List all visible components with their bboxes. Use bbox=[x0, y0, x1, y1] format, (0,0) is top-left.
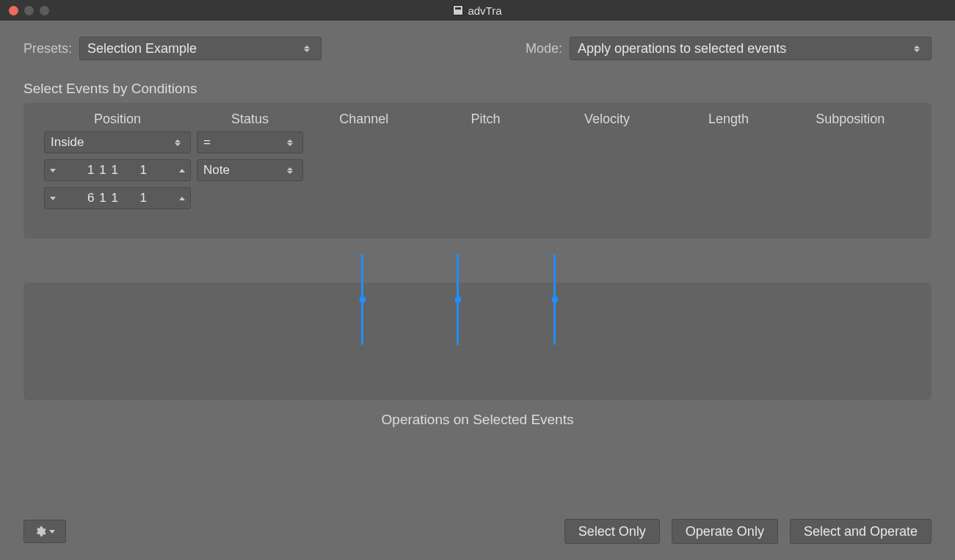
increment-button[interactable] bbox=[174, 188, 190, 208]
position-end-field[interactable]: 6 1 1 1 bbox=[44, 187, 191, 209]
operations-caption: Operations on Selected Events bbox=[23, 412, 932, 428]
col-header-velocity: Velocity bbox=[546, 112, 668, 127]
updown-icon bbox=[300, 46, 313, 52]
col-header-position: Position bbox=[44, 112, 191, 127]
increment-button[interactable] bbox=[174, 160, 190, 181]
updown-icon bbox=[283, 167, 297, 174]
select-and-operate-button[interactable]: Select and Operate bbox=[790, 519, 932, 544]
select-only-label: Select Only bbox=[578, 524, 646, 539]
presets-dropdown[interactable]: Selection Example bbox=[79, 37, 322, 60]
window-title: advTra bbox=[468, 4, 501, 17]
conditions-panel: Position Inside 1 1 1 1 6 1 1 1 bbox=[23, 103, 932, 239]
titlebar: advTra bbox=[0, 0, 955, 21]
mode-dropdown[interactable]: Apply operations to selected events bbox=[570, 37, 932, 60]
presets-label: Presets: bbox=[23, 41, 72, 57]
position-start-value[interactable]: 1 1 1 1 bbox=[61, 163, 174, 178]
position-mode-value: Inside bbox=[51, 135, 165, 150]
select-only-button[interactable]: Select Only bbox=[564, 519, 660, 544]
updown-icon bbox=[910, 46, 923, 52]
status-operator-value: = bbox=[203, 135, 277, 150]
col-header-length: Length bbox=[668, 112, 790, 127]
position-mode-dropdown[interactable]: Inside bbox=[44, 131, 191, 153]
updown-icon bbox=[171, 139, 184, 146]
updown-icon bbox=[283, 139, 297, 146]
col-header-status: Status bbox=[197, 112, 303, 127]
gear-icon bbox=[35, 526, 46, 537]
status-type-dropdown[interactable]: Note bbox=[197, 159, 303, 181]
col-header-channel: Channel bbox=[303, 112, 425, 127]
window-controls bbox=[0, 6, 49, 15]
decrement-button[interactable] bbox=[45, 188, 61, 208]
select-and-operate-label: Select and Operate bbox=[804, 524, 918, 539]
app-icon bbox=[453, 5, 463, 15]
status-type-value: Note bbox=[203, 163, 277, 178]
status-operator-dropdown[interactable]: = bbox=[197, 131, 303, 153]
presets-value: Selection Example bbox=[87, 41, 294, 57]
maximize-window-button[interactable] bbox=[40, 6, 49, 15]
mode-value: Apply operations to selected events bbox=[578, 41, 904, 57]
position-end-value[interactable]: 6 1 1 1 bbox=[61, 191, 174, 206]
operations-panel bbox=[23, 283, 932, 400]
close-window-button[interactable] bbox=[9, 6, 18, 15]
col-header-subposition: Subposition bbox=[789, 112, 911, 127]
operate-only-button[interactable]: Operate Only bbox=[672, 519, 778, 544]
operate-only-label: Operate Only bbox=[686, 524, 764, 539]
col-header-pitch: Pitch bbox=[425, 112, 547, 127]
mode-label: Mode: bbox=[526, 41, 562, 57]
settings-menu-button[interactable] bbox=[23, 520, 66, 543]
conditions-section-label: Select Events by Conditions bbox=[23, 81, 932, 97]
position-start-field[interactable]: 1 1 1 1 bbox=[44, 159, 191, 181]
minimize-window-button[interactable] bbox=[24, 6, 34, 15]
chevron-down-icon bbox=[49, 530, 55, 534]
decrement-button[interactable] bbox=[45, 160, 61, 181]
